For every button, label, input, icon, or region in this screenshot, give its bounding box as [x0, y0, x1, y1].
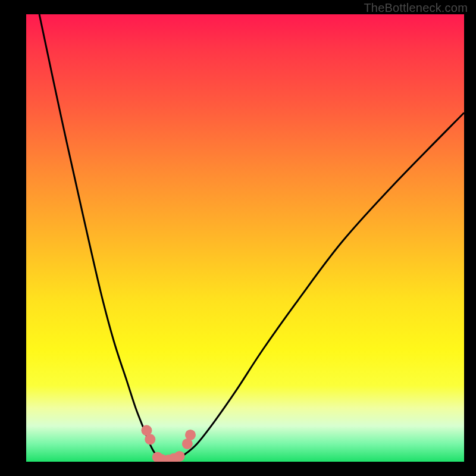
watermark-text: TheBottleneck.com — [364, 1, 468, 15]
bottleneck-curve-right — [167, 112, 464, 462]
data-marker — [185, 430, 196, 440]
plot-area — [26, 14, 464, 462]
data-markers — [141, 425, 196, 462]
data-marker — [174, 451, 185, 462]
bottleneck-curve-left — [39, 14, 166, 462]
data-marker — [145, 434, 155, 444]
curve-overlay — [26, 14, 464, 462]
chart-frame: TheBottleneck.com — [0, 0, 476, 476]
